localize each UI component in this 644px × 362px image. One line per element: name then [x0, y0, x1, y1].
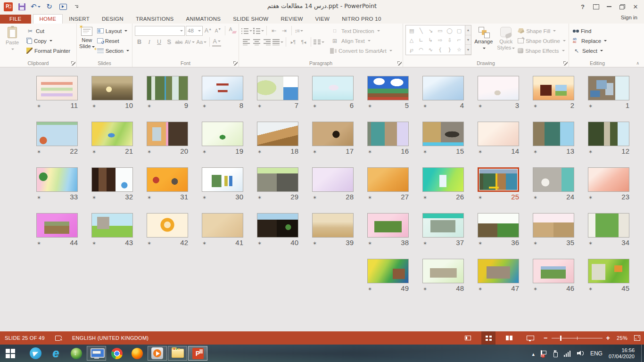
justify-button[interactable]: [272, 37, 283, 47]
slide-thumbnail-32[interactable]: [91, 167, 133, 192]
shape-outline-button[interactable]: Shape Outline: [516, 36, 567, 46]
slide-thumbnail-17[interactable]: [312, 122, 354, 146]
slide-thumbnail-5[interactable]: [367, 76, 409, 100]
language-indicator[interactable]: ENGLISH (UNITED KINGDOM): [72, 335, 149, 341]
text-box-shape-icon[interactable]: ▤: [409, 28, 414, 33]
star-shape-icon[interactable]: ☆: [457, 47, 462, 52]
scroll-up-icon[interactable]: ▲: [465, 25, 471, 35]
slide-thumbnail-35[interactable]: [533, 213, 574, 238]
paste-button[interactable]: Paste: [2, 25, 22, 56]
slide-counter[interactable]: SLIDE 25 OF 49: [5, 335, 45, 341]
shapes-gallery-scrollbar[interactable]: ▲ ▼ ▼: [465, 25, 471, 55]
slide-thumbnail-48[interactable]: [422, 259, 464, 283]
slide-sorter-view-button[interactable]: [481, 331, 495, 345]
left-brace-shape-icon[interactable]: {: [438, 47, 442, 52]
slide-thumbnail-31[interactable]: [147, 167, 188, 192]
collapse-ribbon-button[interactable]: ∧: [636, 61, 639, 66]
bold-button[interactable]: B: [135, 37, 144, 47]
show-hidden-icons-button[interactable]: [532, 349, 535, 358]
rectangle-shape-icon[interactable]: ▭: [438, 28, 442, 33]
start-from-beginning-button[interactable]: [58, 1, 68, 12]
minimize-button[interactable]: [603, 1, 616, 12]
slide-thumbnail-23[interactable]: [588, 167, 629, 192]
arrange-button[interactable]: Arrange: [471, 25, 496, 51]
slide-thumbnail-47[interactable]: [478, 259, 519, 283]
slide-thumbnail-19[interactable]: [202, 122, 243, 146]
taskbar-powerpoint[interactable]: [188, 346, 207, 361]
slide-thumbnail-49[interactable]: [367, 259, 409, 283]
slide-thumbnail-45[interactable]: [588, 259, 629, 283]
tab-animations[interactable]: ANIMATIONS: [180, 15, 227, 24]
zoom-level[interactable]: 25%: [617, 335, 627, 341]
taskbar-idm[interactable]: [66, 346, 86, 361]
underline-button[interactable]: U: [155, 37, 164, 47]
slide-thumbnail-3[interactable]: [478, 76, 519, 100]
slide-thumbnail-40[interactable]: [257, 213, 298, 238]
font-name-combobox[interactable]: [135, 26, 185, 36]
clock[interactable]: 16:56 07/04/2020: [609, 347, 635, 360]
slide-thumbnail-28[interactable]: [312, 167, 354, 192]
zoom-slider[interactable]: [552, 338, 603, 338]
scroll-down-icon[interactable]: ▼: [465, 35, 471, 45]
powerpoint-app-icon[interactable]: [4, 2, 13, 11]
taskbar-chrome[interactable]: [107, 346, 126, 361]
isosceles-triangle-shape-icon[interactable]: △: [410, 38, 413, 43]
help-button[interactable]: [576, 1, 589, 12]
new-slide-button[interactable]: NewSlide: [79, 25, 95, 56]
slide-thumbnail-33[interactable]: [36, 167, 78, 192]
right-arrow-shape-icon[interactable]: ⇨: [438, 38, 442, 43]
tab-view[interactable]: VIEW: [309, 15, 336, 24]
slide-thumbnail-1[interactable]: [588, 76, 629, 100]
right-brace-shape-icon[interactable]: }: [448, 47, 451, 52]
change-case-button[interactable]: Aa: [196, 37, 207, 47]
increase-indent-button[interactable]: [280, 26, 289, 35]
quick-styles-button[interactable]: QuickStyles: [495, 25, 516, 51]
taskbar-internet-explorer[interactable]: e: [46, 346, 66, 361]
taskbar-onscreen-keyboard[interactable]: [87, 346, 106, 361]
slide-thumbnail-11[interactable]: [36, 76, 78, 100]
slide-thumbnail-9[interactable]: [147, 76, 188, 100]
fit-slide-to-window-button[interactable]: [634, 335, 640, 341]
replace-button[interactable]: Replace: [571, 36, 624, 46]
slide-thumbnail-7[interactable]: [257, 76, 298, 100]
strikethrough-button[interactable]: abc: [174, 37, 183, 47]
taskbar-file-explorer[interactable]: [168, 346, 187, 361]
align-center-button[interactable]: [252, 37, 261, 47]
ribbon-display-options-button[interactable]: [589, 1, 603, 12]
format-painter-button[interactable]: Format Painter: [25, 46, 72, 56]
font-dialog-launcher-icon[interactable]: [233, 61, 238, 66]
clipboard-dialog-launcher-icon[interactable]: [71, 61, 75, 66]
elbow-connector-shape-icon[interactable]: ∟: [419, 38, 423, 43]
slide-thumbnail-41[interactable]: [202, 213, 243, 238]
taskbar-telegram[interactable]: [26, 346, 45, 361]
slide-thumbnail-15[interactable]: [422, 122, 464, 146]
rounded-rectangle-shape-icon[interactable]: ▢: [457, 28, 462, 33]
sign-in-link[interactable]: Sign in: [621, 15, 637, 20]
slide-thumbnail-21[interactable]: [91, 122, 133, 146]
align-text-button[interactable]: Align Text: [329, 36, 394, 46]
line-spacing-button[interactable]: [294, 26, 304, 35]
taskbar-media-player[interactable]: [148, 346, 167, 361]
shape-fill-button[interactable]: Shape Fill: [516, 26, 567, 36]
reset-button[interactable]: Reset: [96, 36, 131, 46]
tab-transitions[interactable]: TRANSITIONS: [130, 15, 180, 24]
slide-thumbnail-46[interactable]: [533, 259, 574, 283]
font-color-button[interactable]: A: [212, 37, 221, 47]
customize-quick-access-button[interactable]: [72, 1, 82, 12]
close-button[interactable]: [629, 1, 642, 12]
text-direction-button[interactable]: Text Direction: [329, 26, 394, 36]
snip-corner-rectangle-shape-icon[interactable]: ⌐: [457, 38, 461, 43]
zoom-out-button[interactable]: −: [544, 336, 547, 340]
zoom-slider-handle[interactable]: [560, 335, 562, 341]
line-arrow-shape-icon[interactable]: ↘: [429, 28, 433, 33]
shape-effects-button[interactable]: Shape Effects: [516, 46, 567, 56]
align-right-button[interactable]: [262, 37, 272, 47]
slide-thumbnail-34[interactable]: [588, 213, 629, 238]
power-plug-icon[interactable]: [553, 350, 558, 357]
slide-thumbnail-2[interactable]: [533, 76, 574, 100]
slide-thumbnail-14[interactable]: [478, 122, 519, 146]
numbering-button[interactable]: [253, 26, 264, 35]
gallery-more-icon[interactable]: ▼: [465, 45, 471, 55]
down-arrow-shape-icon[interactable]: ⇩: [447, 38, 452, 43]
slide-thumbnail-20[interactable]: [147, 122, 188, 146]
